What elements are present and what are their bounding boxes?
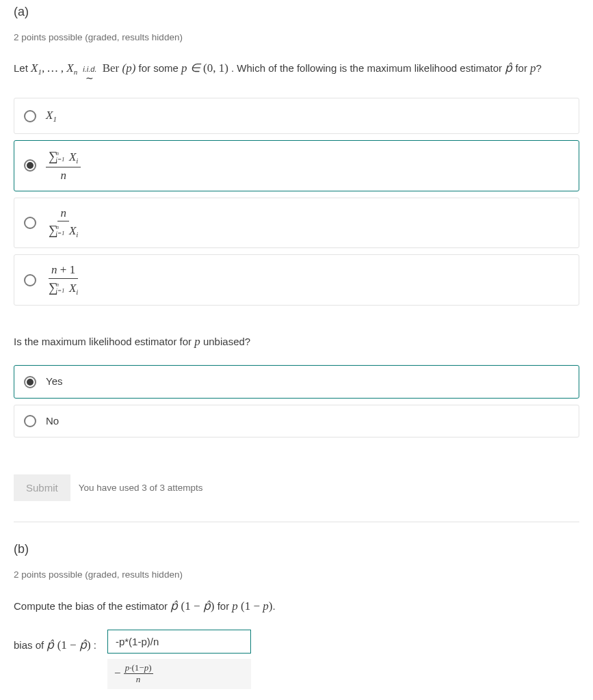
part-b-question1: Compute the bias of the estimator p̂ (1 … (14, 597, 579, 615)
part-b-points: 2 points possible (graded, results hidde… (14, 568, 579, 582)
radio-icon (24, 217, 36, 229)
math-p-in-01: p ∈ (0, 1) (181, 62, 228, 75)
math-ber-p: Ber (p) (103, 62, 136, 75)
radio-icon (24, 415, 36, 427)
part-b-label: (b) (14, 540, 579, 558)
math-p: p (530, 62, 536, 75)
iid-symbol: i.i.d.∼ (83, 66, 96, 83)
opt2-math: ∑ni=1 Xi n (46, 149, 81, 183)
radio-icon (24, 159, 36, 172)
radio-yes[interactable]: Yes (14, 365, 579, 399)
q2-pre: Is the maximum likelihood estimator for (14, 336, 194, 347)
part-b: (b) 2 points possible (graded, results h… (14, 540, 579, 700)
math-phat-1-phat: p̂ (1 − p̂) (170, 600, 214, 612)
part-a-label: (a) (14, 3, 579, 21)
q2-post: unbiased? (203, 336, 250, 347)
bq1-mid: for (218, 600, 233, 612)
q1-mid: for some (139, 62, 182, 74)
bias-input-col: − p·(1−p) n (107, 630, 251, 689)
part-a: (a) 2 points possible (graded, results h… (14, 3, 579, 501)
radio-icon (24, 376, 36, 388)
q1-final: ? (536, 62, 542, 74)
bq1-end: . (273, 600, 276, 612)
radio-option-1[interactable]: X1 (14, 98, 579, 134)
q1-end: for (515, 62, 530, 74)
bias-input[interactable] (107, 630, 251, 654)
opt4-math: n + 1 ∑ni=1 Xi (46, 263, 81, 297)
bias-label-post: : (94, 639, 96, 651)
bq1-pre: Compute the bias of the estimator (14, 600, 170, 612)
attempts-text: You have used 3 of 3 attempts (79, 481, 203, 495)
no-label: No (46, 414, 59, 429)
radio-no[interactable]: No (14, 405, 579, 438)
part-a-points: 2 points possible (graded, results hidde… (14, 31, 579, 44)
bias-input-row: bias of p̂ (1 − p̂) : − p·(1−p) n (14, 630, 579, 689)
math-x1-xn: X1, … , Xn (31, 62, 77, 75)
q1-pre: Let (14, 62, 31, 74)
radio-option-2[interactable]: ∑ni=1 Xi n (14, 140, 579, 191)
radio-option-3[interactable]: n ∑ni=1 Xi (14, 198, 579, 249)
submit-row: Submit You have used 3 of 3 attempts (14, 474, 579, 501)
math-phat-1-phat-2: p̂ (1 − p̂) (47, 638, 90, 651)
radio-icon (24, 110, 36, 122)
math-p-1-p: p (1 − p) (232, 600, 272, 612)
separator (14, 522, 579, 522)
submit-button[interactable]: Submit (14, 474, 70, 501)
opt1-math: X1 (46, 107, 57, 125)
radio-icon (24, 274, 36, 286)
q1-post: . Which of the following is the maximum … (231, 62, 505, 74)
math-phat: p̂ (505, 62, 512, 75)
bias-preview: − p·(1−p) n (107, 659, 251, 689)
bias-label-pre: bias of (14, 639, 47, 651)
radio-option-4[interactable]: n + 1 ∑ni=1 Xi (14, 254, 579, 306)
part-a-question1: Let X1, … , Xn i.i.d.∼ Ber (p) for some … (14, 59, 579, 83)
math-p2: p (194, 335, 200, 348)
part-a-question2: Is the maximum likelihood estimator for … (14, 333, 579, 351)
yes-label: Yes (46, 374, 62, 390)
bias-label: bias of p̂ (1 − p̂) : (14, 630, 96, 654)
opt3-math: n ∑ni=1 Xi (46, 206, 81, 240)
